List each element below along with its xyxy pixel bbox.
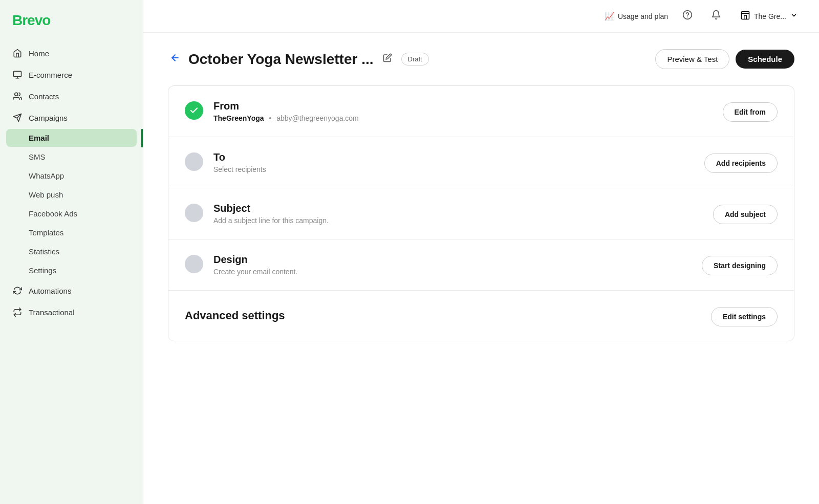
sidebar-item-campaigns-label: Campaigns <box>29 114 68 122</box>
usage-chart-icon: 📈 <box>605 11 615 21</box>
design-content: Design Create your email content. <box>213 254 692 276</box>
start-designing-button[interactable]: Start designing <box>702 256 778 275</box>
sidebar-item-webpush[interactable]: Web push <box>6 186 137 204</box>
sidebar-item-sms[interactable]: SMS <box>6 148 137 166</box>
subject-status-icon <box>185 204 203 222</box>
sidebar-item-facebookads[interactable]: Facebook Ads <box>6 205 137 223</box>
sidebar-item-templates-label: Templates <box>29 228 63 237</box>
sidebar-item-templates[interactable]: Templates <box>6 224 137 242</box>
from-action: Edit from <box>723 102 778 122</box>
edit-from-button[interactable]: Edit from <box>723 102 778 122</box>
sidebar-item-home[interactable]: Home <box>6 43 137 63</box>
sidebar-item-ecommerce-label: E-commerce <box>29 71 72 79</box>
sidebar-item-settings-label: Settings <box>29 266 56 275</box>
usage-and-plan-label: Usage and plan <box>618 12 668 20</box>
edit-settings-button[interactable]: Edit settings <box>711 307 778 326</box>
design-row: Design Create your email content. Start … <box>168 239 794 291</box>
svg-rect-0 <box>14 71 21 77</box>
sidebar-item-statistics-label: Statistics <box>29 247 59 256</box>
bell-icon <box>711 10 721 23</box>
sidebar-item-email[interactable]: Email <box>6 129 137 147</box>
to-subtitle: Select recipients <box>213 165 694 173</box>
sidebar-item-email-label: Email <box>29 134 49 142</box>
schedule-button[interactable]: Schedule <box>736 50 794 69</box>
subject-action: Add subject <box>713 205 778 224</box>
sidebar-item-facebookads-label: Facebook Ads <box>29 209 77 218</box>
contacts-icon <box>12 91 23 101</box>
sidebar-item-contacts-label: Contacts <box>29 92 59 101</box>
account-menu[interactable]: The Gre... <box>736 8 803 25</box>
help-icon <box>682 10 693 23</box>
sidebar-item-home-label: Home <box>29 49 49 58</box>
from-title: From <box>213 100 713 112</box>
design-status-icon <box>185 255 203 273</box>
draft-badge: Draft <box>401 53 429 65</box>
sender-name: TheGreenYoga <box>213 114 264 122</box>
page-title: October Yoga Newsletter ... <box>188 51 374 68</box>
from-subtitle: TheGreenYoga • abby@thegreenyoga.com <box>213 114 713 122</box>
from-row: From TheGreenYoga • abby@thegreenyoga.co… <box>168 86 794 137</box>
usage-and-plan-button[interactable]: 📈 Usage and plan <box>605 11 668 21</box>
advanced-settings-title: Advanced settings <box>185 309 701 322</box>
subject-content: Subject Add a subject line for this camp… <box>213 203 703 225</box>
ecommerce-icon <box>12 70 23 80</box>
pencil-icon <box>383 53 392 65</box>
building-icon <box>741 11 750 22</box>
sidebar-item-statistics[interactable]: Statistics <box>6 243 137 260</box>
sidebar-item-whatsapp-label: WhatsApp <box>29 171 64 180</box>
arrow-left-icon <box>170 53 180 66</box>
subject-row: Subject Add a subject line for this camp… <box>168 188 794 239</box>
design-subtitle: Create your email content. <box>213 268 692 276</box>
subject-title: Subject <box>213 203 703 214</box>
notifications-button[interactable] <box>707 7 725 26</box>
to-action: Add recipients <box>704 154 778 173</box>
account-name-label: The Gre... <box>754 12 786 20</box>
automations-icon <box>12 286 23 296</box>
sidebar-item-campaigns[interactable]: Campaigns <box>6 107 137 128</box>
topbar: 📈 Usage and plan <box>143 0 819 33</box>
chevron-down-icon <box>790 12 798 21</box>
design-action: Start designing <box>702 256 778 275</box>
add-subject-button[interactable]: Add subject <box>713 205 778 224</box>
campaigns-icon <box>12 113 23 123</box>
page-content: October Yoga Newsletter ... Draft Previe… <box>143 33 819 504</box>
sidebar-item-transactional[interactable]: Transactional <box>6 302 137 322</box>
sidebar-nav: Home E-commerce <box>0 39 143 504</box>
brevo-logo-text: Brevo <box>12 12 50 28</box>
page-header: October Yoga Newsletter ... Draft Previe… <box>168 49 794 69</box>
sidebar-item-automations-label: Automations <box>29 287 71 295</box>
campaign-card: From TheGreenYoga • abby@thegreenyoga.co… <box>168 85 794 341</box>
preview-test-button[interactable]: Preview & Test <box>655 49 729 69</box>
advanced-settings-action: Edit settings <box>711 307 778 326</box>
sidebar-item-transactional-label: Transactional <box>29 308 75 317</box>
to-content: To Select recipients <box>213 151 694 173</box>
sidebar-item-webpush-label: Web push <box>29 190 63 199</box>
sidebar: Brevo Home E-commerce <box>0 0 143 504</box>
advanced-settings-row: Advanced settings Edit settings <box>168 291 794 341</box>
add-recipients-button[interactable]: Add recipients <box>704 154 778 173</box>
transactional-icon <box>12 307 23 317</box>
logo: Brevo <box>0 0 143 39</box>
sidebar-item-ecommerce[interactable]: E-commerce <box>6 64 137 85</box>
main-area: 📈 Usage and plan <box>143 0 819 504</box>
from-content: From TheGreenYoga • abby@thegreenyoga.co… <box>213 100 713 122</box>
edit-title-button[interactable] <box>380 51 395 67</box>
svg-point-3 <box>15 93 18 96</box>
help-button[interactable] <box>678 7 697 26</box>
back-button[interactable] <box>168 51 182 68</box>
to-status-icon <box>185 152 203 171</box>
to-row: To Select recipients Add recipients <box>168 137 794 188</box>
sidebar-item-automations[interactable]: Automations <box>6 280 137 301</box>
design-title: Design <box>213 254 692 266</box>
home-icon <box>12 48 23 58</box>
sidebar-item-settings[interactable]: Settings <box>6 261 137 279</box>
sidebar-item-whatsapp[interactable]: WhatsApp <box>6 167 137 185</box>
sidebar-item-contacts[interactable]: Contacts <box>6 86 137 106</box>
sidebar-item-sms-label: SMS <box>29 152 46 161</box>
from-status-icon <box>185 101 203 120</box>
to-title: To <box>213 151 694 163</box>
header-actions: Preview & Test Schedule <box>655 49 794 69</box>
sender-email: abby@thegreenyoga.com <box>276 114 359 122</box>
subject-subtitle: Add a subject line for this campaign. <box>213 216 703 225</box>
